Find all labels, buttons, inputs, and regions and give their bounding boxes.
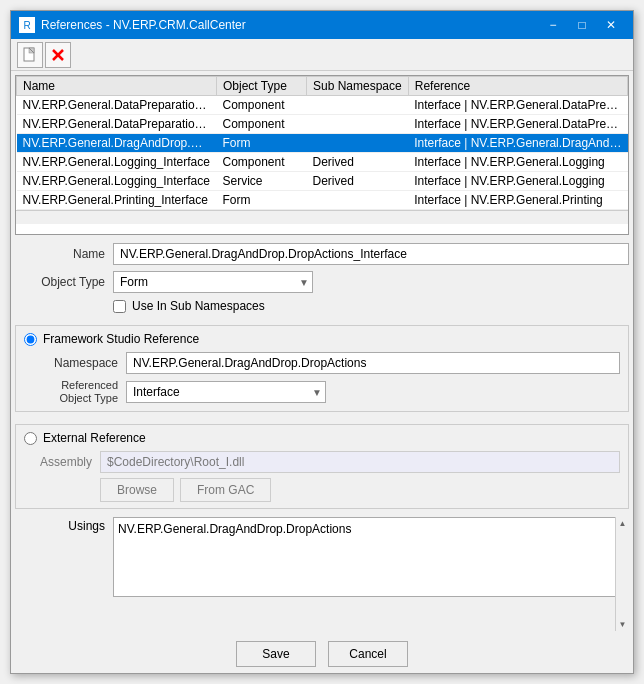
window-title: References - NV.ERP.CRM.CallCenter: [41, 18, 246, 32]
ext-reference-label: External Reference: [43, 431, 146, 445]
assembly-input[interactable]: [100, 451, 620, 473]
cell-reference: Interface | NV.ERP.General.Logging: [408, 172, 627, 191]
cell-sub-namespace: Derived: [307, 153, 409, 172]
ext-reference-header: External Reference: [24, 431, 620, 445]
cell-name: NV.ERP.General.Printing_Interface: [17, 191, 217, 210]
usings-textarea[interactable]: NV.ERP.General.DragAndDrop.DropActions: [113, 517, 629, 597]
cell-sub-namespace: [307, 96, 409, 115]
namespace-input[interactable]: [126, 352, 620, 374]
cell-reference: Interface | NV.ERP.General.DataPreparati…: [408, 115, 627, 134]
fs-reference-label: Framework Studio Reference: [43, 332, 199, 346]
usings-container: Usings NV.ERP.General.DragAndDrop.DropAc…: [15, 517, 629, 631]
namespace-label: Namespace: [28, 356, 118, 370]
cell-object-type: Component: [217, 96, 307, 115]
use-in-sub-namespaces-checkbox[interactable]: [113, 300, 126, 313]
cell-sub-namespace: Derived: [307, 172, 409, 191]
name-input[interactable]: [113, 243, 629, 265]
minimize-button[interactable]: −: [539, 15, 567, 35]
save-button[interactable]: Save: [236, 641, 316, 667]
namespace-row: Namespace: [28, 352, 620, 374]
maximize-button[interactable]: □: [568, 15, 596, 35]
ext-reference-radio[interactable]: [24, 432, 37, 445]
table-row[interactable]: NV.ERP.General.Logging_InterfaceComponen…: [17, 153, 628, 172]
cell-name: NV.ERP.General.Logging_Interface: [17, 153, 217, 172]
cancel-button[interactable]: Cancel: [328, 641, 408, 667]
object-type-label: Object Type: [15, 275, 105, 289]
usings-label: Usings: [15, 517, 105, 631]
main-window: R References - NV.ERP.CRM.CallCenter − □…: [10, 10, 634, 674]
cell-object-type: Component: [217, 115, 307, 134]
assembly-row: Assembly: [28, 451, 620, 473]
object-type-row: Object Type Form Component Service ▼: [15, 271, 629, 293]
ext-reference-content: Assembly Browse From GAC: [24, 451, 620, 502]
cell-object-type: Form: [217, 134, 307, 153]
cell-name: NV.ERP.General.DragAndDrop.DropA...: [17, 134, 217, 153]
fs-reference-header: Framework Studio Reference: [24, 332, 620, 346]
new-icon: [22, 47, 38, 63]
use-in-sub-namespaces-label: Use In Sub Namespaces: [132, 299, 265, 313]
ref-obj-type-select-wrap: Interface Class Component ▼: [126, 381, 326, 403]
from-gac-button[interactable]: From GAC: [180, 478, 271, 502]
fs-reference-content: Namespace Referenced Object Type Interfa…: [24, 352, 620, 405]
ext-reference-section: External Reference Assembly Browse From …: [15, 424, 629, 509]
cell-name: NV.ERP.General.Logging_Interface: [17, 172, 217, 191]
table-row[interactable]: NV.ERP.General.Logging_InterfaceServiceD…: [17, 172, 628, 191]
cell-name: NV.ERP.General.DataPreparation_Int...: [17, 115, 217, 134]
ref-obj-type-label: Referenced Object Type: [28, 379, 118, 405]
footer: Save Cancel: [11, 635, 633, 673]
col-sub-namespace[interactable]: Sub Namespace: [307, 77, 409, 96]
cell-sub-namespace: [307, 191, 409, 210]
assembly-buttons: Browse From GAC: [100, 478, 620, 502]
usings-box-wrap: NV.ERP.General.DragAndDrop.DropActions ▲…: [113, 517, 629, 631]
table-row[interactable]: NV.ERP.General.Printing_InterfaceFormInt…: [17, 191, 628, 210]
cell-reference: Interface | NV.ERP.General.DataPreparati…: [408, 96, 627, 115]
name-label: Name: [15, 247, 105, 261]
scroll-up-icon[interactable]: ▲: [619, 519, 627, 528]
fs-reference-radio[interactable]: [24, 333, 37, 346]
delete-icon: [50, 47, 66, 63]
fs-reference-section: Framework Studio Reference Namespace Ref…: [15, 325, 629, 412]
table-row[interactable]: NV.ERP.General.DataPreparation_Int...Com…: [17, 115, 628, 134]
form-section: Name Object Type Form Component Service …: [15, 239, 629, 317]
table-row[interactable]: NV.ERP.General.DataPreparation_Int...Com…: [17, 96, 628, 115]
ref-obj-type-row: Referenced Object Type Interface Class C…: [28, 379, 620, 405]
col-object-type[interactable]: Object Type: [217, 77, 307, 96]
cell-object-type: Component: [217, 153, 307, 172]
toolbar: [11, 39, 633, 71]
object-type-select[interactable]: Form Component Service: [113, 271, 313, 293]
cell-reference: Interface | NV.ERP.General.DragAndDrop.D…: [408, 134, 627, 153]
usings-value: NV.ERP.General.DragAndDrop.DropActions: [118, 522, 351, 536]
cell-reference: Interface | NV.ERP.General.Printing: [408, 191, 627, 210]
assembly-label: Assembly: [28, 455, 92, 469]
close-button[interactable]: ✕: [597, 15, 625, 35]
cell-name: NV.ERP.General.DataPreparation_Int...: [17, 96, 217, 115]
title-bar-left: R References - NV.ERP.CRM.CallCenter: [19, 17, 246, 33]
col-name[interactable]: Name: [17, 77, 217, 96]
content-area: Name Object Type Sub Namespace Reference…: [11, 71, 633, 635]
window-icon: R: [19, 17, 35, 33]
browse-button[interactable]: Browse: [100, 478, 174, 502]
cell-object-type: Service: [217, 172, 307, 191]
name-row: Name: [15, 243, 629, 265]
cell-sub-namespace: [307, 115, 409, 134]
cell-sub-namespace: [307, 134, 409, 153]
scroll-down-icon[interactable]: ▼: [619, 620, 627, 629]
col-reference[interactable]: Reference: [408, 77, 627, 96]
horizontal-scrollbar[interactable]: [16, 210, 628, 224]
usings-scrollbar[interactable]: ▲ ▼: [615, 517, 629, 631]
use-in-sub-namespaces-row: Use In Sub Namespaces: [113, 299, 629, 313]
references-table-container[interactable]: Name Object Type Sub Namespace Reference…: [15, 75, 629, 235]
ref-obj-type-select[interactable]: Interface Class Component: [126, 381, 326, 403]
cell-object-type: Form: [217, 191, 307, 210]
object-type-select-wrap: Form Component Service ▼: [113, 271, 313, 293]
delete-button[interactable]: [45, 42, 71, 68]
title-buttons: − □ ✕: [539, 15, 625, 35]
title-bar: R References - NV.ERP.CRM.CallCenter − □…: [11, 11, 633, 39]
new-button[interactable]: [17, 42, 43, 68]
table-row[interactable]: NV.ERP.General.DragAndDrop.DropA...FormI…: [17, 134, 628, 153]
cell-reference: Interface | NV.ERP.General.Logging: [408, 153, 627, 172]
references-table: Name Object Type Sub Namespace Reference…: [16, 76, 628, 210]
